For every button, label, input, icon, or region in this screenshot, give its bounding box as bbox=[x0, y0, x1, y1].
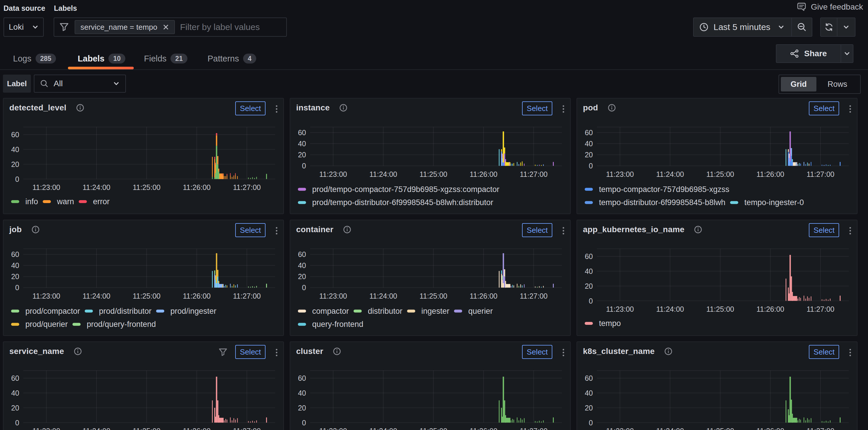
svg-text:ingester: ingester bbox=[422, 307, 450, 316]
svg-text:11:27:00: 11:27:00 bbox=[233, 292, 260, 300]
svg-text:querier: querier bbox=[468, 307, 493, 316]
svg-text:11:27:00: 11:27:00 bbox=[233, 183, 260, 191]
svg-text:info: info bbox=[25, 197, 38, 206]
svg-text:0: 0 bbox=[302, 419, 306, 427]
svg-text:60: 60 bbox=[11, 250, 19, 258]
svg-text:11:25:00: 11:25:00 bbox=[706, 170, 734, 178]
svg-text:60: 60 bbox=[298, 250, 306, 258]
svg-text:20: 20 bbox=[298, 151, 306, 159]
svg-text:11:23:00: 11:23:00 bbox=[319, 292, 347, 300]
svg-text:11:26:00: 11:26:00 bbox=[183, 427, 211, 430]
svg-text:tempo-distributor-6f99985845-b: tempo-distributor-6f99985845-b8lwh bbox=[599, 198, 725, 207]
svg-text:20: 20 bbox=[585, 282, 593, 290]
svg-text:11:23:00: 11:23:00 bbox=[32, 292, 60, 300]
svg-text:11:25:00: 11:25:00 bbox=[133, 183, 160, 191]
svg-text:11:26:00: 11:26:00 bbox=[470, 170, 497, 178]
svg-text:60: 60 bbox=[585, 374, 593, 382]
svg-text:0: 0 bbox=[15, 284, 19, 292]
svg-text:20: 20 bbox=[11, 272, 19, 280]
svg-text:11:25:00: 11:25:00 bbox=[420, 170, 447, 178]
svg-text:11:25:00: 11:25:00 bbox=[133, 292, 160, 300]
svg-text:11:23:00: 11:23:00 bbox=[606, 427, 634, 430]
svg-text:40: 40 bbox=[298, 261, 306, 269]
svg-text:20: 20 bbox=[298, 404, 306, 412]
svg-text:40: 40 bbox=[585, 389, 593, 397]
svg-text:11:25:00: 11:25:00 bbox=[420, 292, 447, 300]
svg-text:tempo-ingester-0: tempo-ingester-0 bbox=[744, 198, 804, 207]
svg-text:11:24:00: 11:24:00 bbox=[656, 305, 684, 313]
svg-text:40: 40 bbox=[11, 389, 19, 397]
svg-text:40: 40 bbox=[298, 139, 306, 148]
svg-text:0: 0 bbox=[302, 162, 306, 170]
svg-text:11:23:00: 11:23:00 bbox=[32, 427, 60, 430]
svg-text:prod/distributor: prod/distributor bbox=[99, 307, 152, 316]
svg-text:11:23:00: 11:23:00 bbox=[319, 427, 347, 430]
svg-text:tempo-compactor-757d9b6985-xgz: tempo-compactor-757d9b6985-xgzss bbox=[599, 185, 729, 194]
svg-text:11:26:00: 11:26:00 bbox=[756, 170, 784, 178]
svg-text:11:26:00: 11:26:00 bbox=[183, 183, 211, 191]
svg-text:0: 0 bbox=[589, 297, 593, 305]
svg-text:error: error bbox=[93, 197, 110, 206]
svg-text:prod/tempo-distributor-6f99985: prod/tempo-distributor-6f99985845-b8lwh:… bbox=[312, 198, 493, 207]
svg-text:11:24:00: 11:24:00 bbox=[656, 170, 684, 178]
svg-text:warn: warn bbox=[57, 197, 74, 206]
svg-text:query-frontend: query-frontend bbox=[312, 320, 364, 329]
svg-text:20: 20 bbox=[11, 160, 19, 168]
svg-text:11:23:00: 11:23:00 bbox=[606, 305, 634, 313]
svg-text:0: 0 bbox=[15, 419, 19, 427]
svg-text:11:23:00: 11:23:00 bbox=[32, 183, 60, 191]
svg-text:40: 40 bbox=[298, 389, 306, 397]
svg-text:11:24:00: 11:24:00 bbox=[83, 292, 110, 300]
svg-text:11:26:00: 11:26:00 bbox=[470, 427, 497, 430]
svg-text:11:27:00: 11:27:00 bbox=[806, 170, 834, 178]
svg-text:60: 60 bbox=[11, 131, 19, 139]
svg-text:11:25:00: 11:25:00 bbox=[420, 427, 447, 430]
svg-text:60: 60 bbox=[11, 374, 19, 382]
svg-text:prod/query-frontend: prod/query-frontend bbox=[87, 320, 156, 329]
svg-text:prod/ingester: prod/ingester bbox=[170, 307, 217, 316]
svg-text:11:24:00: 11:24:00 bbox=[369, 292, 397, 300]
svg-text:11:27:00: 11:27:00 bbox=[520, 292, 547, 300]
svg-text:40: 40 bbox=[585, 139, 593, 148]
svg-text:11:27:00: 11:27:00 bbox=[520, 427, 547, 430]
svg-text:40: 40 bbox=[585, 267, 593, 275]
svg-text:11:23:00: 11:23:00 bbox=[606, 170, 634, 178]
svg-text:tempo: tempo bbox=[599, 319, 621, 328]
svg-text:0: 0 bbox=[302, 284, 306, 292]
svg-text:11:24:00: 11:24:00 bbox=[83, 427, 110, 430]
svg-text:0: 0 bbox=[15, 175, 19, 183]
svg-text:11:25:00: 11:25:00 bbox=[133, 427, 160, 430]
svg-text:11:27:00: 11:27:00 bbox=[233, 427, 260, 430]
svg-text:20: 20 bbox=[585, 151, 593, 159]
svg-text:11:24:00: 11:24:00 bbox=[369, 427, 397, 430]
svg-text:11:24:00: 11:24:00 bbox=[369, 170, 397, 178]
svg-text:60: 60 bbox=[585, 252, 593, 260]
svg-text:11:25:00: 11:25:00 bbox=[706, 427, 734, 430]
svg-text:40: 40 bbox=[11, 261, 19, 269]
svg-text:11:26:00: 11:26:00 bbox=[183, 292, 211, 300]
svg-text:compactor: compactor bbox=[312, 307, 349, 316]
svg-text:11:24:00: 11:24:00 bbox=[83, 183, 110, 191]
svg-text:20: 20 bbox=[585, 404, 593, 412]
svg-text:20: 20 bbox=[298, 272, 306, 280]
svg-text:11:26:00: 11:26:00 bbox=[756, 305, 784, 313]
svg-text:prod/compactor: prod/compactor bbox=[25, 307, 80, 316]
svg-text:11:27:00: 11:27:00 bbox=[806, 427, 834, 430]
svg-text:11:25:00: 11:25:00 bbox=[706, 305, 734, 313]
svg-text:60: 60 bbox=[585, 129, 593, 137]
svg-text:prod/querier: prod/querier bbox=[25, 320, 68, 329]
svg-text:11:23:00: 11:23:00 bbox=[319, 170, 347, 178]
svg-text:prod/tempo-compactor-757d9b698: prod/tempo-compactor-757d9b6985-xgzss:co… bbox=[312, 185, 499, 194]
svg-text:distributor: distributor bbox=[368, 307, 403, 316]
svg-text:0: 0 bbox=[589, 419, 593, 427]
svg-text:60: 60 bbox=[298, 374, 306, 382]
svg-text:0: 0 bbox=[589, 162, 593, 170]
svg-text:20: 20 bbox=[11, 404, 19, 412]
svg-text:11:26:00: 11:26:00 bbox=[470, 292, 497, 300]
svg-text:11:26:00: 11:26:00 bbox=[756, 427, 784, 430]
svg-text:40: 40 bbox=[11, 145, 19, 154]
svg-text:60: 60 bbox=[298, 129, 306, 137]
svg-text:11:27:00: 11:27:00 bbox=[520, 170, 547, 178]
svg-text:11:24:00: 11:24:00 bbox=[656, 427, 684, 430]
svg-text:11:27:00: 11:27:00 bbox=[806, 305, 834, 313]
